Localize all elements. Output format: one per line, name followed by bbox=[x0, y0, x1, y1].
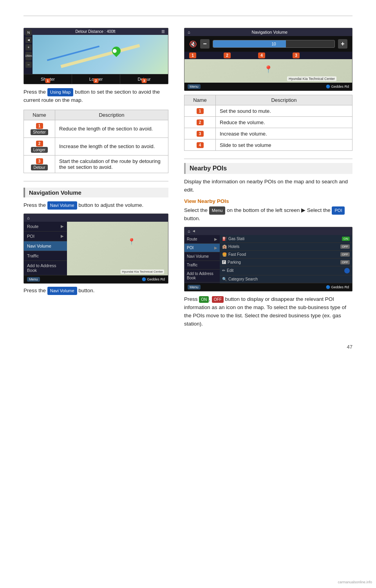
table-row: 2 Reduce the volume. bbox=[184, 117, 352, 128]
map-marker-inner bbox=[112, 48, 118, 54]
poi-route-arrow: ▶ bbox=[214, 237, 217, 241]
menu-item-address-book[interactable]: Add to Address Book bbox=[24, 261, 67, 275]
longer-btn[interactable]: Longer 2 bbox=[72, 74, 120, 84]
detour-distance-label: Detour Distance : 400ft bbox=[75, 29, 115, 34]
menu-item-navi-volume[interactable]: Navi Volume bbox=[24, 241, 67, 251]
poi-sidebar: Route ▶ POI ▶ Navi Volume Traffic bbox=[184, 235, 220, 283]
menu-item-route[interactable]: Route ▶ bbox=[24, 222, 67, 232]
vol-home-icon: ⌂ bbox=[188, 30, 190, 34]
menu-list-area: Route ▶ POI ▶ Navi Volume Traffic bbox=[24, 222, 168, 275]
menu-home-icon: ⌂ bbox=[27, 215, 30, 220]
using-map-button-inline: Using Map bbox=[47, 88, 74, 96]
detour-map-area bbox=[33, 35, 168, 74]
detour-btn[interactable]: Detour 3 bbox=[120, 74, 168, 84]
poi-gas-station[interactable]: ⛽ Gas Stati ON bbox=[220, 235, 352, 243]
nav-icon-n: N bbox=[25, 29, 32, 36]
vol-plus-btn[interactable]: + bbox=[338, 39, 347, 49]
poi-screen: ⌂ ◄ Route ▶ POI ▶ Navi Vol bbox=[184, 227, 352, 291]
menu-bottom-btn[interactable]: Menu bbox=[27, 277, 40, 282]
navi-volume-caption-btn: Navi Volume bbox=[47, 287, 77, 295]
left-column: ⌂ Detour Distance : 400ft ☰ N ◄ + 150m – bbox=[24, 28, 168, 332]
table-row: 1 Set the sound to mute. bbox=[184, 105, 352, 117]
poi-sidebar-navivolume[interactable]: Navi Volume bbox=[184, 252, 220, 261]
poi-sidebar-poi[interactable]: POI ▶ bbox=[184, 244, 220, 252]
reduce-desc: Reduce the volume. bbox=[216, 117, 352, 128]
poi-hotels[interactable]: 🏨 Hotels OFF bbox=[220, 243, 352, 251]
shorter-btn[interactable]: Shorter 1 bbox=[24, 74, 72, 84]
food-toggle-off[interactable]: OFF bbox=[340, 252, 350, 257]
off-btn-inline: OFF bbox=[212, 296, 224, 303]
poi-menu-btn[interactable]: Menu bbox=[188, 285, 201, 289]
poi-category-search[interactable]: 🔍 Category Search bbox=[220, 275, 352, 283]
vol-slider[interactable]: 10 bbox=[213, 40, 335, 48]
hotels-toggle-off[interactable]: OFF bbox=[340, 244, 350, 249]
map-road bbox=[61, 44, 140, 68]
poi-nav-icon: ◄ bbox=[192, 229, 196, 233]
poi-submenu: ⛽ Gas Stati ON 🏨 Hotels OFF 🍔 Fast Food bbox=[220, 235, 352, 283]
table-row: 1 Shorter Reduce the length of the secti… bbox=[24, 120, 168, 138]
vol-table-badge-1: 1 bbox=[197, 108, 204, 114]
vol-table-badge-2: 2 bbox=[197, 119, 204, 125]
nav-icon-minus: – bbox=[25, 62, 32, 68]
vol-control-row: 🔇 − 10 + bbox=[184, 36, 352, 52]
nav-icon-arrow: ◄ bbox=[25, 37, 32, 43]
poi-inline-btn: POI bbox=[332, 206, 345, 215]
menu-car-icon: 📍 bbox=[128, 238, 136, 245]
mute-name-cell: 1 bbox=[184, 105, 216, 117]
vol-bottom-bar: Menu 🔵 Geddes Rd bbox=[184, 83, 352, 90]
detour-label: Detour bbox=[31, 165, 47, 170]
reduce-name-cell: 2 bbox=[184, 117, 216, 128]
poi-sidebar-addressbook[interactable]: Add to Address Book bbox=[184, 270, 220, 282]
badge-3: 3 bbox=[36, 158, 43, 164]
poi-poi-arrow: ▶ bbox=[214, 246, 217, 250]
map-marker bbox=[110, 45, 122, 57]
menu-item-traffic[interactable]: Traffic bbox=[24, 251, 67, 261]
menu-screen: ⌂ Route ▶ POI ▶ Navi Volume bbox=[24, 213, 168, 284]
detour-screen: ⌂ Detour Distance : 400ft ☰ N ◄ + 150m – bbox=[24, 28, 168, 84]
table-row: 4 Slide to set the volume bbox=[184, 139, 352, 151]
poi-sidebar-traffic[interactable]: Traffic bbox=[184, 261, 220, 270]
view-nearby-title: View Nearby POIs bbox=[184, 198, 352, 204]
parking-toggle-off[interactable]: OFF bbox=[340, 260, 350, 264]
poi-fast-food[interactable]: 🍔 Fast Food OFF bbox=[220, 251, 352, 259]
section-divider-1 bbox=[24, 181, 168, 181]
poi-edit[interactable]: ✏ Edit bbox=[220, 266, 352, 275]
detour-desc: Start the calculation of the route by de… bbox=[55, 155, 168, 173]
vol-road-label: Hyundai Kia Technical Center bbox=[287, 76, 336, 81]
menu-bottom-road: 🔵 Geddes Rd bbox=[142, 277, 165, 281]
vol-table-badge-3: 3 bbox=[197, 131, 204, 137]
screen-bottom-buttons: Shorter 1 Longer 2 Detour 3 bbox=[24, 74, 168, 84]
poi-parking[interactable]: 🅿 Parking OFF bbox=[220, 259, 352, 266]
poi-bottom-road: 🔵 Geddes Rd bbox=[326, 285, 349, 289]
vol-badge-4: 4 bbox=[258, 52, 265, 58]
nearby-pois-heading: Nearby POIs bbox=[184, 163, 352, 174]
vol-menu-btn[interactable]: Menu bbox=[188, 84, 201, 89]
vol-bottom-road: 🔵 Geddes Rd bbox=[326, 85, 349, 89]
screen-sidebar: N ◄ + 150m – bbox=[25, 28, 32, 68]
vol-screen-title: Navigation Volume bbox=[190, 30, 349, 34]
watermark: carmanualsonline.info bbox=[338, 580, 372, 584]
table2-header-name: Name bbox=[184, 95, 216, 105]
speaker-icon: 🔇 bbox=[189, 40, 197, 48]
menu-item-poi[interactable]: POI ▶ bbox=[24, 232, 67, 241]
poi-edit-indicator bbox=[344, 268, 350, 273]
volume-table: Name Description 1 Set the sound to mute… bbox=[184, 95, 352, 151]
detour-table: Name Description 1 Shorter Reduce the le… bbox=[24, 110, 168, 173]
table-row: 3 Detour Start the calculation of the ro… bbox=[24, 155, 168, 173]
shorter-desc: Reduce the length of the section to avoi… bbox=[55, 120, 168, 138]
vol-badge-2: 2 bbox=[224, 52, 231, 58]
mute-desc: Set the sound to mute. bbox=[216, 105, 352, 117]
intro-text-1: Press the Using Map button to set the se… bbox=[24, 88, 168, 104]
badge-1: 1 bbox=[36, 123, 43, 129]
vol-minus-btn[interactable]: − bbox=[200, 39, 210, 49]
nearby-pois-body: Display the information on nearby POIs o… bbox=[184, 178, 352, 194]
navi-volume-button-inline: Navi Volume bbox=[47, 201, 77, 210]
poi-sidebar-route[interactable]: Route ▶ bbox=[184, 235, 220, 244]
vol-badge-1: 1 bbox=[189, 52, 196, 58]
detour-badge: 3 bbox=[141, 78, 146, 83]
poi-home-icon: ⌂ bbox=[188, 229, 190, 233]
detour-distance-bar: ⌂ Detour Distance : 400ft ☰ bbox=[24, 28, 168, 35]
page-container: ⌂ Detour Distance : 400ft ☰ N ◄ + 150m – bbox=[0, 0, 376, 373]
gas-toggle-on[interactable]: ON bbox=[342, 237, 350, 241]
vol-badge-row: 1 2 4 3 bbox=[184, 52, 352, 59]
